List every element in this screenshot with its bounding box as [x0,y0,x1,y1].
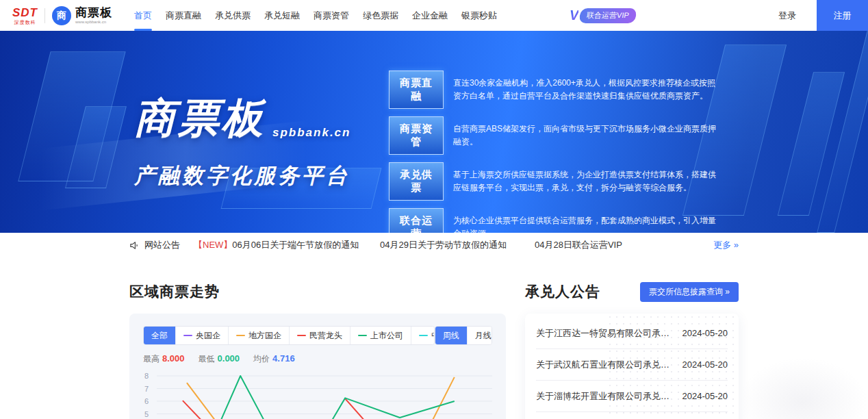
announcement-title: 关于淄博花开置业有限公司承兑票据... [536,390,676,403]
feature-desc-asset-management: 自营商票ABS储架发行，面向省市级与更下沉市场服务小微企业商票质押融资。 [453,123,722,148]
trend-line-chart: 876543210 [143,368,492,419]
nav-item-bank-bill-discount[interactable]: 银票秒贴 [455,0,504,31]
sdt-logo: SDT 深度数科 [12,7,38,25]
nav-item-corporate-finance[interactable]: 企业金融 [405,0,455,31]
announcement-date: 2024-05-20 [682,391,728,401]
site-name: 商票板 [75,7,112,18]
notice-item-1-text: 06月06日关于端午节放假的通知 [232,240,359,250]
vip-badge-label: 联合运营VIP [579,8,637,23]
nav-item-green-bills[interactable]: 绿色票据 [356,0,405,31]
register-button[interactable]: 注册 [817,0,868,31]
feature-row-asset-management: 商票资管 自营商票ABS储架发行，面向省市级与更下沉市场服务小微企业商票质押融资… [389,116,722,155]
filter-central-soe[interactable]: 央国企 [175,327,228,344]
notice-more-link[interactable]: 更多 » [713,239,739,251]
chart-stats-row: 最高8.000 最低0.000 均价4.716 [143,353,492,365]
filter-listed-company-label: 上市公司 [370,330,403,342]
stat-high: 最高8.000 [143,353,185,365]
feature-row-direct-financing: 商票直融 直连30余家金融机构，准入2600+承兑人，根据风控要求推荐核企或按照… [389,71,722,109]
private-leader-dash-icon [297,335,306,336]
vip-v-icon: V [570,8,578,23]
svg-text:8: 8 [144,372,149,380]
nav-item-acceptance-shortterm[interactable]: 承兑短融 [257,0,307,31]
feature-desc-acceptance-supply: 基于上海票交所供应链票据系统，为企业打造供票支付结算体系，搭建供应链服务平台，实… [453,168,722,194]
hero-title: 商票板 [134,91,266,147]
filter-all[interactable]: 全部 [144,327,175,344]
stat-avg-value: 4.716 [272,353,295,364]
announcement-date: 2024-05-20 [682,328,728,338]
exchange-disclosure-query-button[interactable]: 票交所信息披露查询 » [640,282,739,302]
sme-dash-icon [419,335,428,336]
stat-avg: 均价4.716 [253,353,295,365]
site-logo-text: 商票板 www.spbbank.cn [75,7,112,24]
filter-private-leader[interactable]: 民营龙头 [289,327,350,344]
notice-label: 网站公告 [144,239,194,251]
filter-sme[interactable]: 中小企业 [411,327,435,344]
login-link[interactable]: 登录 [778,10,796,22]
trend-section-title: 区域商票走势 [129,282,220,301]
announcement-title: 关于江西达一特贸易有限公司承兑票... [536,327,676,340]
local-soe-dash-icon [236,335,245,336]
listed-company-dash-icon [358,335,367,336]
logo-divider [44,8,45,23]
speaker-icon [129,240,140,251]
vip-badge[interactable]: V 联合运营VIP [570,8,636,23]
stat-low-value: 0.000 [218,353,240,364]
hero-feature-list: 商票直融 直连30余家金融机构，准入2600+承兑人，根据风控要求推荐核企或按照… [389,71,722,233]
feature-label-asset-management[interactable]: 商票资管 [389,116,444,155]
hero-banner: 商票板 spbbank.cn 产融数字化服务平台 商票直融 直连30余家金融机构… [0,31,868,233]
central-soe-dash-icon [183,335,192,336]
sdt-logo-text: SDT [12,7,38,18]
announcement-row-3[interactable]: 关于淄博花开置业有限公司承兑票据... 2024-05-20 [536,381,728,412]
feature-label-acceptance-supply[interactable]: 承兑供票 [389,162,444,201]
announcement-row-2[interactable]: 关于武汉航石置业有限公司承兑票据... 2024-05-20 [536,349,728,381]
logo[interactable]: SDT 深度数科 商 商票板 www.spbbank.cn [0,6,112,25]
feature-label-direct-financing[interactable]: 商票直融 [389,71,444,109]
feature-desc-joint-operation: 为核心企业供票平台提供联合运营服务，配套成熟的商业模式，引入增量金融资源。 [453,214,722,233]
nav-item-asset-management[interactable]: 商票资管 [307,0,356,31]
acceptor-section: 承兑人公告 票交所信息披露查询 » 关于江西达一特贸易有限公司承兑票... 20… [525,257,739,419]
stat-low-label: 最低 [199,354,215,364]
hero-text-block: 商票板 spbbank.cn 产融数字化服务平台 [134,91,350,190]
feature-label-joint-operation[interactable]: 联合运营 [389,208,444,233]
trend-section: 区域商票走势 全部 央国企 地方国企 民营龙头 上市公司 中小企业 周线 月线 [129,257,506,419]
tab-weekly[interactable]: 周线 [435,327,467,344]
nav-item-home[interactable]: 首页 [127,0,159,31]
filter-local-soe-label: 地方国企 [248,330,281,342]
notice-bar: 网站公告 【NEW】06月06日关于端午节放假的通知 04月29日关于劳动节放假… [0,233,868,257]
feature-row-acceptance-supply: 承兑供票 基于上海票交所供应链票据系统，为企业打造供票支付结算体系，搭建供应链服… [389,162,722,201]
period-tab-group: 周线 月线 [435,326,492,345]
notice-item-1[interactable]: 【NEW】06月06日关于端午节放假的通知 [194,239,380,251]
site-logo-icon: 商 [52,6,71,25]
svg-text:5: 5 [144,410,149,418]
acceptor-announcement-card: 关于江西达一特贸易有限公司承兑票... 2024-05-20 关于武汉航石置业有… [525,314,739,419]
svg-text:6: 6 [144,397,149,405]
announcement-title: 关于武汉航石置业有限公司承兑票据... [536,359,676,371]
announcement-row-1[interactable]: 关于江西达一特贸易有限公司承兑票... 2024-05-20 [536,318,728,349]
trend-chart-card: 全部 央国企 地方国企 民营龙头 上市公司 中小企业 周线 月线 最高8.000… [129,314,506,419]
filter-local-soe[interactable]: 地方国企 [228,327,289,344]
announcement-date: 2024-05-20 [682,359,728,370]
svg-text:7: 7 [144,385,149,393]
tab-monthly[interactable]: 月线 [467,327,492,344]
new-tag: 【NEW】 [194,240,232,250]
legend-filter-group: 全部 央国企 地方国企 民营龙头 上市公司 中小企业 [143,326,435,345]
notice-item-3[interactable]: 04月28日联合运营VIP [535,239,713,251]
site-url: www.spbbank.cn [75,20,112,24]
feature-row-joint-operation: 联合运营 为核心企业供票平台提供联合运营服务，配套成熟的商业模式，引入增量金融资… [389,208,722,233]
notice-item-2[interactable]: 04月29日关于劳动节放假的通知 [380,239,535,251]
top-navbar: SDT 深度数科 商 商票板 www.spbbank.cn 首页 商票直融 承兑… [0,0,868,31]
acceptor-section-title: 承兑人公告 [525,282,600,301]
stat-low: 最低0.000 [199,353,240,365]
nav-item-direct-financing[interactable]: 商票直融 [159,0,208,31]
stat-high-label: 最高 [143,354,159,364]
background-blob [738,357,868,419]
chart-toolbar: 全部 央国企 地方国企 民营龙头 上市公司 中小企业 周线 月线 [143,326,492,345]
stat-avg-label: 均价 [253,354,270,364]
nav-item-acceptance-supply[interactable]: 承兑供票 [208,0,257,31]
main-nav: 首页 商票直融 承兑供票 承兑短融 商票资管 绿色票据 企业金融 银票秒贴 [127,0,504,31]
feature-desc-direct-financing: 直连30余家金融机构，准入2600+承兑人，根据风控要求推荐核企或按照资方白名单… [453,77,722,102]
filter-listed-company[interactable]: 上市公司 [350,327,411,344]
sdt-logo-subtext: 深度数科 [14,20,36,25]
filter-central-soe-label: 央国企 [196,330,220,342]
hero-domain: spbbank.cn [272,126,350,140]
